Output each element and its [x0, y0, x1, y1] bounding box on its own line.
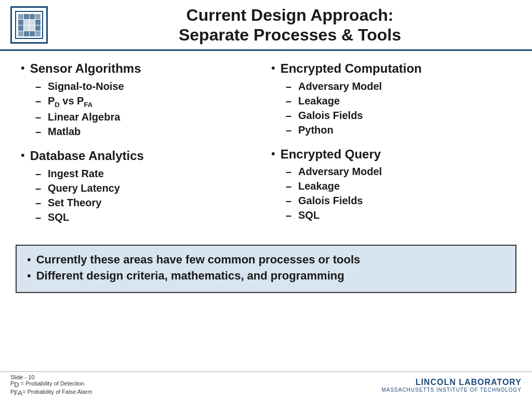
list-item: – Galois Fields — [286, 109, 511, 122]
sub-item-label: Adversary Model — [298, 79, 382, 93]
logo-cell — [35, 20, 41, 25]
database-analytics-section: • Database Analytics – Ingest Rate – Que… — [21, 149, 261, 224]
dash-icon: – — [35, 81, 44, 92]
footer-note-pd: PD = Probability of Detection — [10, 380, 92, 389]
sub-item-label: Leakage — [298, 179, 340, 193]
dash-icon: – — [286, 180, 294, 192]
logo-cell — [35, 14, 41, 19]
sensor-algorithms-section: • Sensor Algorithms – Signal-to-Noise – … — [21, 61, 261, 139]
footer-note-pfa: PFA= Probability of False Alarm — [10, 389, 92, 397]
list-item: – Matlab — [35, 125, 261, 138]
list-item: – Ingest Rate — [35, 167, 261, 180]
bullet-dot: • — [21, 61, 25, 75]
left-column: • Sensor Algorithms – Signal-to-Noise – … — [21, 61, 271, 234]
list-item: – Signal-to-Noise — [35, 79, 261, 93]
encrypted-query-label: Encrypted Query — [281, 147, 381, 162]
encrypted-query-section: • Encrypted Query – Adversary Model – Le… — [271, 147, 511, 222]
list-item: – Leakage — [286, 94, 511, 108]
logo-cell — [35, 31, 41, 36]
dash-icon: – — [286, 110, 294, 122]
logo-cell — [24, 25, 29, 31]
summary-text-1: Currently these areas have few common pr… — [36, 253, 361, 267]
dash-icon: – — [35, 111, 44, 123]
encrypted-computation-bullet: • Encrypted Computation — [271, 61, 511, 76]
list-item: – Adversary Model — [286, 165, 511, 178]
dash-icon: – — [286, 95, 294, 107]
sensor-algorithms-bullet: • Sensor Algorithms — [21, 61, 261, 76]
logo-cell — [30, 20, 35, 25]
summary-box: • Currently these areas have few common … — [16, 245, 516, 293]
encrypted-query-subitems: – Adversary Model – Leakage – Galois Fie… — [286, 165, 511, 222]
logo-cell — [30, 31, 35, 36]
list-item: – Adversary Model — [286, 79, 511, 93]
logo-cell — [18, 20, 23, 25]
database-analytics-label: Database Analytics — [30, 149, 144, 164]
list-item: – Query Latency — [35, 181, 261, 195]
summary-text-2: Different design criteria, mathematics, … — [36, 269, 344, 283]
list-item: – Galois Fields — [286, 194, 511, 207]
slide-title: Current Design Approach: Separate Proces… — [58, 5, 522, 45]
list-item: – Python — [286, 123, 511, 137]
summary-item-2: • Different design criteria, mathematics… — [27, 269, 505, 283]
sub-item-label: Ingest Rate — [48, 167, 104, 180]
logo-cell — [30, 14, 35, 19]
sub-item-label: Python — [298, 123, 334, 137]
sensor-algorithms-subitems: – Signal-to-Noise – PD vs PFA – Linear A… — [35, 79, 261, 139]
bullet-dot: • — [27, 269, 31, 283]
sub-item-label: Signal-to-Noise — [48, 79, 124, 93]
logo-inner — [15, 11, 43, 39]
ll-subtitle: Massachusetts Institute of Technology — [381, 387, 522, 393]
footer-left: Slide - 10 PD = Probability of Detection… — [10, 374, 92, 397]
sub-item-label: Matlab — [48, 125, 81, 138]
sub-item-label: Galois Fields — [298, 109, 363, 122]
list-item: – SQL — [35, 210, 261, 224]
dash-icon: – — [35, 168, 44, 180]
sub-item-label: Query Latency — [48, 181, 120, 195]
sub-item-label: Linear Algebra — [48, 110, 120, 124]
title-text: Current Design Approach: Separate Proces… — [58, 5, 522, 45]
logo-cell — [24, 20, 29, 25]
slide-number: Slide - 10 — [10, 374, 92, 380]
sub-item-label: Galois Fields — [298, 194, 363, 207]
database-analytics-bullet: • Database Analytics — [21, 149, 261, 164]
logo-grid — [18, 14, 41, 36]
main-content: • Sensor Algorithms – Signal-to-Noise – … — [0, 51, 532, 240]
dash-icon: – — [286, 81, 294, 92]
ll-title: LINCOLN LABORATORY — [381, 378, 522, 387]
list-item: – PD vs PFA — [35, 94, 261, 110]
encrypted-computation-subitems: – Adversary Model – Leakage – Galois Fie… — [286, 79, 511, 137]
logo-cell — [18, 31, 23, 36]
sensor-algorithms-label: Sensor Algorithms — [30, 61, 141, 76]
list-item: – Linear Algebra — [35, 110, 261, 124]
dash-icon: – — [35, 211, 44, 223]
slide-header: Current Design Approach: Separate Proces… — [0, 0, 532, 51]
dash-icon: – — [35, 126, 44, 138]
dash-icon: – — [35, 197, 44, 209]
sub-item-label: Set Theory — [48, 196, 101, 209]
logo-cell — [18, 25, 23, 31]
encrypted-computation-label: Encrypted Computation — [281, 61, 422, 76]
database-analytics-subitems: – Ingest Rate – Query Latency – Set Theo… — [35, 167, 261, 224]
encrypted-computation-section: • Encrypted Computation – Adversary Mode… — [271, 61, 511, 137]
dash-icon: – — [35, 182, 44, 194]
bullet-dot: • — [271, 147, 275, 161]
sub-item-label: SQL — [48, 210, 69, 224]
right-column: • Encrypted Computation – Adversary Mode… — [271, 61, 511, 234]
sub-item-label: PD vs PFA — [48, 94, 92, 110]
logo-cell — [30, 25, 35, 31]
logo-cell — [35, 25, 41, 31]
bullet-dot: • — [21, 149, 25, 162]
sub-item-label: Adversary Model — [298, 165, 382, 178]
list-item: – Leakage — [286, 179, 511, 193]
dash-icon: – — [35, 95, 44, 107]
dash-icon: – — [286, 166, 294, 178]
bullet-dot: • — [27, 253, 31, 267]
slide-footer: Slide - 10 PD = Probability of Detection… — [0, 371, 532, 399]
logo-cell — [18, 14, 23, 19]
dash-icon: – — [286, 195, 294, 207]
sub-item-label: SQL — [298, 208, 320, 222]
list-item: – Set Theory — [35, 196, 261, 209]
summary-item-1: • Currently these areas have few common … — [27, 253, 505, 267]
sub-item-label: Leakage — [298, 94, 340, 108]
list-item: – SQL — [286, 208, 511, 222]
